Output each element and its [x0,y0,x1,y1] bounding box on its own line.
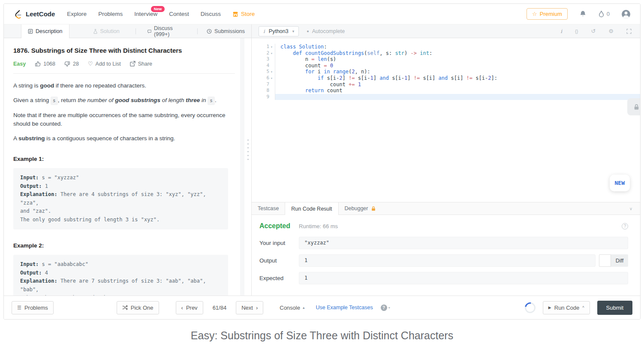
footer-actions: ▶ Run Code ^ Submit [525,301,632,315]
example-key: Explanation: [20,191,57,197]
code-editor[interactable]: 1▾class Solution:2▾ def countGoodSubstri… [252,38,640,202]
tab-divider [197,28,198,34]
question-icon: ? [381,305,387,311]
language-select[interactable]: i Python3 ▾ [259,26,299,36]
nav-item-problems[interactable]: Problems [98,11,123,17]
tab-testcase[interactable]: Testcase [252,202,285,214]
nav-item-interview[interactable]: Interview New [134,11,157,17]
example-label: Example 1: [13,156,229,162]
new-feature-badge[interactable]: NEW [610,175,630,191]
io-value-box[interactable]: "xyzzaz" [299,237,628,249]
heart-icon: ♡ [88,60,93,67]
line-number: 6▾ [252,75,275,81]
fold-arrow-icon[interactable]: ▾ [269,51,274,57]
code-text: for i in range(2, n): [275,69,640,75]
fold-arrow-icon[interactable]: ▾ [269,44,274,51]
reset-icon[interactable]: ↺ [591,28,596,34]
io-label: Your input [259,240,299,246]
code-text [275,94,640,100]
io-value-box[interactable]: 1 [299,254,596,267]
leetcode-logo[interactable]: LeetCode [13,9,55,19]
tab-solution[interactable]: Solution [87,24,126,38]
example-block: Input: s = "aababcabc"Output: 4Explanati… [13,255,228,296]
line-number: 4 [252,63,275,69]
inline-code: s [51,97,58,105]
io-row: Expected1 [259,272,628,284]
code-line[interactable]: 6▾ if s[i-2] != s[i-1] and s[i-1] != s[i… [252,75,640,81]
io-label: Expected [259,275,299,281]
code-text: if s[i-2] != s[i-1] and s[i-1] != s[i] a… [275,75,640,81]
nav-menu: Explore Problems Interview New Contest D… [67,11,221,17]
example-value: 4 [42,270,48,276]
nav-item-store[interactable]: Store [232,11,255,17]
top-navbar: LeetCode Explore Problems Interview New … [4,4,640,24]
notifications-bell-icon[interactable] [579,10,587,18]
code-line[interactable]: 3 n = len(s) [252,56,640,63]
help-icon[interactable]: ? [622,223,628,229]
format-braces-icon[interactable]: {} [575,29,578,34]
leetcode-logo-icon [13,9,23,19]
description-scrollbar[interactable] [240,38,244,296]
use-example-testcases-link[interactable]: Use Example Testcases [316,305,373,311]
fold-arrow-icon[interactable]: ▾ [269,69,274,75]
run-code-button[interactable]: ▶ Run Code ^ [543,301,590,314]
code-line[interactable]: 1▾class Solution: [252,44,640,50]
streak-counter[interactable]: 0 [598,10,610,18]
submit-button[interactable]: Submit [597,301,632,315]
tab-debugger[interactable]: Debugger [339,202,382,214]
nav-item-contest[interactable]: Contest [169,11,189,17]
code-line[interactable]: 8 return count [252,88,640,94]
nav-item-explore[interactable]: Explore [67,11,87,17]
code-line[interactable]: 4 count = 0 [252,63,640,69]
statement-paragraph: A string is good if there are no repeate… [13,81,229,90]
example-row: Output: 4 [20,269,221,278]
examples: Example 1:Input: s = "xyzzaz"Output: 1Ex… [13,156,229,296]
code-line[interactable]: 9 [252,94,640,100]
code-line[interactable]: 7 count += 1 [252,81,640,88]
avatar[interactable] [621,9,631,19]
footer-help[interactable]: ? ▾ [381,305,390,311]
pick-one-button[interactable]: Pick One [117,301,159,314]
difficulty-badge: Easy [13,61,26,67]
line-number: 8 [252,88,275,94]
diff-toggle[interactable]: Diff [599,254,628,267]
fold-arrow-icon[interactable]: ▾ [269,75,274,82]
tab-description[interactable]: Description [21,24,69,38]
example-key: Output: [20,183,42,189]
example-key: Explanation: [20,278,57,284]
console-toggle[interactable]: Console ▴ [280,305,304,311]
io-value-box[interactable]: 1 [299,272,628,284]
prev-button[interactable]: ‹ Prev [176,301,203,314]
next-button[interactable]: Next › [236,301,263,314]
code-text: return count [275,88,640,94]
problems-button[interactable]: ☰ Problems [12,301,54,314]
premium-button[interactable]: ☆ Premium [527,8,568,20]
code-line[interactable]: 5▾ for i in range(2, n): [252,69,640,75]
info-icon[interactable]: i [560,28,562,34]
example-row: Explanation: There are 7 substrings of s… [20,277,221,296]
chat-icon [147,29,152,34]
brand-name: LeetCode [26,10,55,18]
bullet-icon: ● [307,29,309,33]
autocomplete-indicator[interactable]: ● Autocomplete [307,28,345,34]
example-key: Output: [20,270,42,276]
share-button[interactable]: Share [130,61,152,67]
like-button[interactable]: 1068 [35,61,55,67]
statement-paragraph: Given a string s, return the number of g… [13,96,229,105]
status-accepted[interactable]: Accepted [259,222,290,230]
nav-item-discuss[interactable]: Discuss [201,11,221,17]
tab-discuss[interactable]: Discuss (999+) [141,24,189,38]
language-value: Python3 [269,28,289,34]
tab-submissions[interactable]: Submissions [200,24,251,38]
line-number: 7 [252,81,275,88]
code-line[interactable]: 2▾ def countGoodSubstrings(self, s: str)… [252,50,640,57]
tab-run-code-result[interactable]: Run Code Result [285,202,338,215]
editor-lock-button[interactable] [627,98,640,115]
add-to-list-button[interactable]: ♡ Add to List [88,60,121,67]
dislike-button[interactable]: 28 [64,61,79,67]
panel-resize-handle[interactable] [244,38,252,296]
fullscreen-icon[interactable] [626,29,632,34]
collapse-console-icon[interactable]: ∨ [629,202,632,214]
example-key: Input: [20,261,39,267]
settings-gear-icon[interactable]: ⚙ [608,28,614,34]
